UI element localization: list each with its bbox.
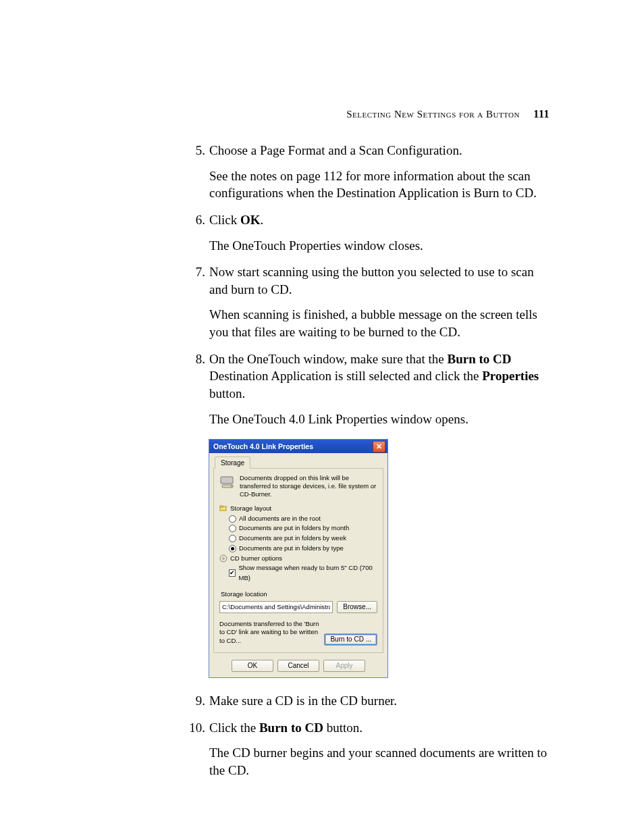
label: All documents are in the root [239, 514, 321, 524]
step-text: Now start scanning using the button you … [209, 265, 534, 296]
label: Documents are put in folders by week [239, 533, 346, 544]
bold-text: Properties [482, 369, 539, 383]
tab-panel: Documents dropped on this link will be t… [213, 469, 383, 653]
bold-text: Burn to CD [259, 721, 323, 735]
step-text: On the OneTouch window, make sure that t… [209, 352, 539, 400]
drive-icon [219, 474, 236, 490]
section-title: Selecting New Settings for a Button [346, 109, 520, 120]
radio-icon[interactable] [229, 535, 236, 542]
radio-icon[interactable] [229, 525, 236, 532]
step-text: Click OK. [209, 213, 263, 227]
body-content: 5.Choose a Page Format and a Scan Config… [209, 142, 549, 779]
dialog-info: Documents dropped on this link will be t… [219, 474, 377, 498]
opt-month[interactable]: Documents are put in folders by month [219, 523, 377, 533]
step-para: The CD burner begins and your scanned do… [209, 744, 549, 779]
running-head: Selecting New Settings for a Button 111 [346, 108, 549, 120]
dialog-titlebar[interactable]: OneTouch 4.0 Link Properties ✕ [209, 440, 387, 453]
opt-cd-message[interactable]: ✔ Show message when ready to burn 5" CD … [219, 563, 377, 583]
svg-point-2 [231, 486, 232, 487]
browse-button[interactable]: Browse... [337, 601, 377, 613]
svg-rect-0 [221, 477, 233, 484]
text: button. [323, 721, 363, 735]
page-number: 111 [533, 108, 549, 120]
link-properties-dialog: OneTouch 4.0 Link Properties ✕ Storage D… [209, 440, 387, 677]
step-8: 8.On the OneTouch window, make sure that… [209, 350, 549, 428]
step-6: 6.Click OK. The OneTouch Properties wind… [209, 211, 549, 254]
step-text: Choose a Page Format and a Scan Configur… [209, 143, 462, 157]
svg-rect-4 [220, 506, 223, 507]
cancel-button[interactable]: Cancel [277, 660, 319, 672]
opt-root[interactable]: All documents are in the root [219, 514, 377, 524]
step-7: 7.Now start scanning using the button yo… [209, 263, 549, 341]
text: button. [209, 386, 245, 400]
radio-icon[interactable] [229, 545, 236, 552]
ok-button[interactable]: OK [232, 660, 273, 672]
storage-location-row: Browse... [219, 601, 377, 613]
burn-wait-row: Documents transferred to the 'Burn to CD… [219, 620, 377, 646]
step-para: When scanning is finished, a bubble mess… [209, 306, 549, 340]
text: Click the [209, 721, 259, 735]
storage-location-input[interactable] [219, 601, 333, 613]
step-10: 10.Click the Burn to CD button. The CD b… [209, 719, 549, 779]
opt-type[interactable]: Documents are put in folders by type [219, 544, 377, 554]
step-5: 5.Choose a Page Format and a Scan Config… [209, 142, 549, 202]
step-9: 9.Make sure a CD is in the CD burner. [209, 692, 549, 710]
label: Documents are put in folders by type [239, 544, 344, 554]
step-number: 5. [185, 142, 209, 159]
dialog-footer: OK Cancel Apply [213, 660, 383, 672]
wait-text: Documents transferred to the 'Burn to CD… [219, 620, 320, 646]
burn-to-cd-button[interactable]: Burn to CD ... [324, 633, 377, 646]
svg-point-6 [223, 558, 225, 560]
dialog-figure: OneTouch 4.0 Link Properties ✕ Storage D… [209, 440, 549, 677]
options-tree: Storage layout All documents are in the … [219, 504, 377, 583]
checkbox-icon[interactable]: ✔ [229, 569, 236, 577]
label: CD burner options [230, 554, 282, 564]
close-icon[interactable]: ✕ [373, 441, 385, 452]
dialog-body: Storage Documents dropped on this link w… [209, 453, 387, 677]
step-number: 6. [185, 211, 209, 229]
step-number: 9. [185, 692, 209, 710]
text: On the OneTouch window, make sure that t… [209, 352, 448, 366]
label: Show message when ready to burn 5" CD (7… [238, 563, 377, 583]
label: Documents are put in folders by month [239, 523, 349, 533]
opt-week[interactable]: Documents are put in folders by week [219, 533, 377, 544]
label: Storage layout [230, 504, 271, 514]
step-text: Make sure a CD is in the CD burner. [209, 694, 397, 708]
step-number: 10. [185, 719, 209, 737]
tabstrip: Storage [213, 456, 383, 469]
bold-text: OK [240, 213, 261, 227]
manual-page: Selecting New Settings for a Button 111 … [0, 0, 644, 834]
tree-cd-options: CD burner options [219, 554, 377, 564]
tab-storage[interactable]: Storage [215, 457, 250, 469]
step-para: The OneTouch 4.0 Link Properties window … [209, 411, 549, 428]
cd-icon [219, 554, 227, 563]
text: Destination Application is still selecte… [209, 369, 482, 383]
step-para: See the notes on page 112 for more infor… [209, 167, 549, 202]
text: Click [209, 213, 240, 227]
text: . [260, 213, 263, 227]
storage-location-label: Storage location [221, 590, 376, 599]
apply-button[interactable]: Apply [323, 660, 365, 672]
tree-storage-layout: Storage layout [219, 504, 377, 514]
dialog-info-text: Documents dropped on this link will be t… [240, 474, 377, 498]
step-para: The OneTouch Properties window closes. [209, 237, 549, 255]
radio-icon[interactable] [229, 515, 236, 523]
folder-tree-icon [219, 504, 227, 513]
step-text: Click the Burn to CD button. [209, 721, 363, 735]
dialog-title: OneTouch 4.0 Link Properties [213, 442, 373, 451]
step-number: 8. [185, 350, 209, 368]
bold-text: Burn to CD [448, 352, 512, 366]
step-number: 7. [185, 263, 209, 281]
